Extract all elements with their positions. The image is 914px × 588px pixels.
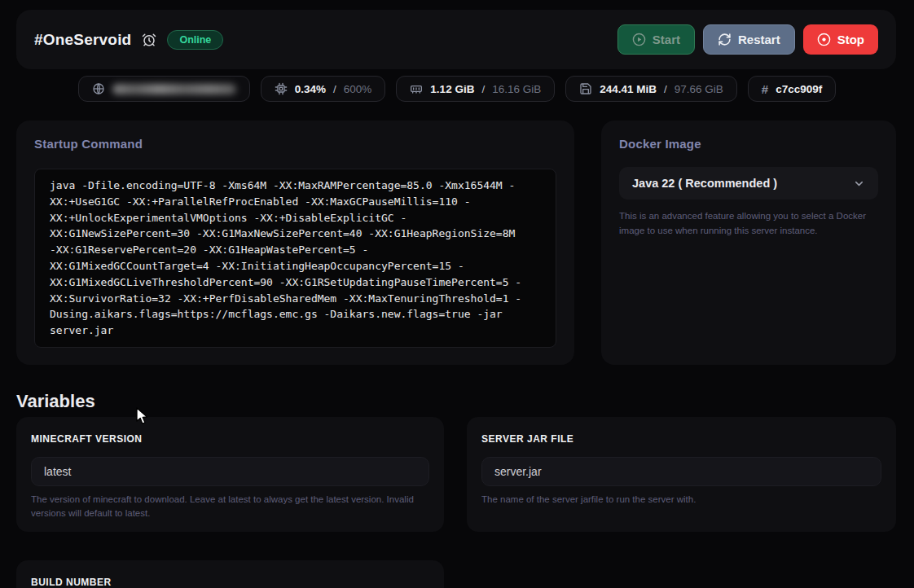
stop-button[interactable]: Stop xyxy=(803,24,878,55)
start-button-label: Start xyxy=(653,33,680,46)
server-jar-file-help: The name of the server jarfile to run th… xyxy=(481,493,881,507)
minecraft-version-input[interactable] xyxy=(31,457,429,486)
restart-icon xyxy=(718,33,732,46)
disk-limit: 97.66 GiB xyxy=(675,83,723,95)
server-identity: #OneServoid Online xyxy=(34,30,223,50)
docker-image-selected-option: Java 22 ( Recommended ) xyxy=(632,177,777,190)
alarm-clock-icon[interactable] xyxy=(142,33,156,47)
startup-command-panel: Startup Command java -Dfile.encoding=UTF… xyxy=(16,121,574,365)
docker-image-help: This is an advanced feature allowing you… xyxy=(619,209,878,239)
hash-icon: # xyxy=(762,82,768,96)
variable-card-build-number: BUILD NUMBER xyxy=(16,560,444,588)
startup-command-code[interactable]: java -Dfile.encoding=UTF-8 -Xms64M -XX:M… xyxy=(34,169,556,348)
server-id-value: c7cc909f xyxy=(776,83,822,95)
docker-image-panel: Docker Image Java 22 ( Recommended ) Thi… xyxy=(601,121,896,365)
minecraft-version-help: The version of minecraft to download. Le… xyxy=(31,493,429,520)
stop-button-label: Stop xyxy=(837,33,864,46)
disk-usage-pill: 244.41 MiB/ 97.66 GiB xyxy=(565,76,737,102)
server-address-pill[interactable] xyxy=(78,76,250,102)
server-header: #OneServoid Online Start Restart xyxy=(16,10,896,69)
variable-card-minecraft-version: MINECRAFT VERSION The version of minecra… xyxy=(16,417,444,532)
memory-usage-pill: 1.12 GiB/ 16.16 GiB xyxy=(396,76,555,102)
memory-limit: 16.16 GiB xyxy=(492,83,541,95)
server-jar-file-label: SERVER JAR FILE xyxy=(481,433,881,445)
build-number-label: BUILD NUMBER xyxy=(31,577,429,588)
variable-card-server-jar-file: SERVER JAR FILE The name of the server j… xyxy=(467,417,896,532)
server-id-pill[interactable]: # c7cc909f xyxy=(748,76,836,102)
cpu-usage-value: 0.34% xyxy=(295,83,326,95)
docker-image-select[interactable]: Java 22 ( Recommended ) xyxy=(619,167,878,200)
restart-button-label: Restart xyxy=(738,33,780,46)
cpu-usage-pill: 0.34%/ 600% xyxy=(261,76,386,102)
startup-command-title: Startup Command xyxy=(34,137,556,151)
variables-heading: Variables xyxy=(16,391,95,412)
play-circle-icon xyxy=(632,33,646,46)
server-stats-row: 0.34%/ 600% 1.12 GiB/ 16.16 GiB 244.41 M… xyxy=(0,76,914,102)
memory-usage-value: 1.12 GiB xyxy=(430,83,474,95)
cpu-icon xyxy=(275,82,288,95)
minecraft-version-label: MINECRAFT VERSION xyxy=(31,433,429,445)
disk-usage-value: 244.41 MiB xyxy=(600,83,657,95)
disk-separator: / xyxy=(664,83,667,95)
cpu-limit: 600% xyxy=(344,83,372,95)
server-jar-file-input[interactable] xyxy=(481,457,881,486)
stop-circle-icon xyxy=(817,33,831,46)
disk-save-icon xyxy=(579,82,592,95)
memory-icon xyxy=(410,82,423,95)
docker-image-title: Docker Image xyxy=(619,137,878,151)
chevron-down-icon xyxy=(853,178,865,190)
server-address-blurred xyxy=(112,84,236,94)
memory-separator: / xyxy=(481,83,485,95)
cpu-separator: / xyxy=(333,83,336,95)
status-badge: Online xyxy=(167,30,223,50)
start-button[interactable]: Start xyxy=(617,24,695,55)
power-controls: Start Restart Stop xyxy=(617,24,878,55)
restart-button[interactable]: Restart xyxy=(703,24,795,55)
server-title: #OneServoid xyxy=(34,31,131,49)
globe-icon xyxy=(92,82,105,95)
